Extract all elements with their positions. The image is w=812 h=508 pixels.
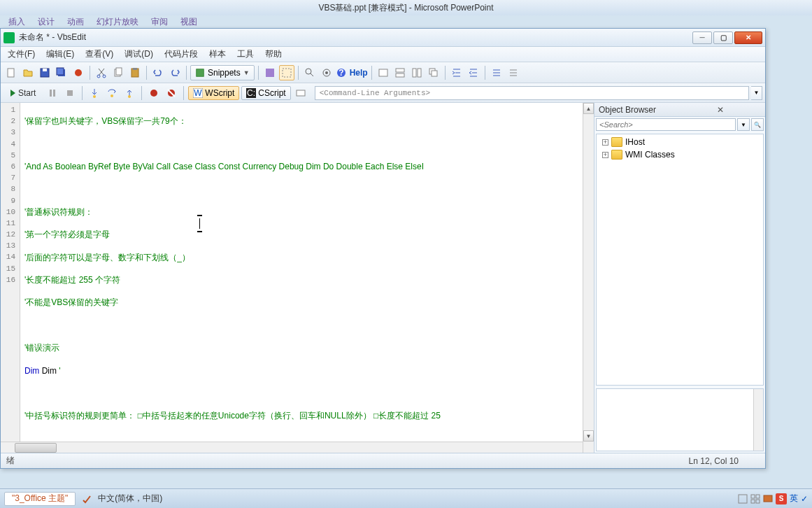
view-normal-icon[interactable] xyxy=(738,494,748,504)
view-slideshow-icon[interactable] xyxy=(763,494,773,504)
ribbon-tab[interactable]: 视图 xyxy=(180,15,197,29)
menu-view[interactable]: 查看(V) xyxy=(81,47,117,62)
ime-mode-icon[interactable]: ✓ xyxy=(801,494,808,504)
spellcheck-icon[interactable] xyxy=(81,493,92,505)
wscript-toggle[interactable]: W WScript xyxy=(188,86,239,100)
uncomment-icon[interactable] xyxy=(506,65,521,80)
svg-point-15 xyxy=(306,69,311,74)
svg-rect-9 xyxy=(116,68,122,75)
args-icon[interactable] xyxy=(293,85,308,101)
svg-rect-23 xyxy=(413,69,416,77)
svg-rect-12 xyxy=(197,69,204,76)
new-icon[interactable] xyxy=(3,65,19,80)
svg-rect-29 xyxy=(67,90,73,96)
maximize-button[interactable]: ▢ xyxy=(713,31,733,44)
step-over-icon[interactable] xyxy=(104,85,120,101)
start-button[interactable]: Start xyxy=(3,86,43,100)
redo-icon[interactable] xyxy=(167,65,183,80)
tree-node-wmi[interactable]: + WMI Classes xyxy=(598,148,762,161)
comment-icon[interactable] xyxy=(489,65,504,80)
svg-rect-44 xyxy=(756,500,760,503)
detail-scrollbar[interactable] xyxy=(753,389,763,451)
find-icon[interactable] xyxy=(302,65,318,80)
search-go-icon[interactable]: 🔍 xyxy=(751,118,764,131)
minimize-button[interactable]: ─ xyxy=(692,31,712,44)
tree-node-ihost[interactable]: + IHost xyxy=(598,136,762,148)
object-search-input[interactable] xyxy=(596,118,736,131)
svg-rect-27 xyxy=(50,90,52,97)
close-button[interactable]: ✕ xyxy=(734,31,762,44)
svg-rect-26 xyxy=(432,71,437,76)
tile-v-icon[interactable] xyxy=(409,65,425,80)
status-text: 绪 xyxy=(6,455,689,467)
ribbon-tab[interactable]: 动画 xyxy=(67,15,84,29)
step-into-icon[interactable] xyxy=(87,85,102,101)
snippets-dropdown[interactable]: Snippets▼ xyxy=(190,65,255,80)
expand-icon[interactable]: + xyxy=(602,139,608,146)
ribbon-tab[interactable]: 审阅 xyxy=(151,15,168,29)
options-icon[interactable] xyxy=(319,65,334,80)
commandline-dropdown[interactable]: ▼ xyxy=(751,86,762,100)
indent-icon[interactable] xyxy=(449,65,464,80)
folder-icon xyxy=(611,137,622,147)
scroll-down-icon[interactable]: ▼ xyxy=(583,430,594,442)
breakpoint-icon[interactable] xyxy=(146,85,162,101)
titlebar[interactable]: 未命名 * - VbsEdit ─ ▢ ✕ xyxy=(1,29,765,47)
menu-debug[interactable]: 调试(D) xyxy=(120,47,157,62)
svg-point-31 xyxy=(111,94,113,97)
ime-label[interactable]: 英 xyxy=(790,493,798,505)
stop-icon[interactable] xyxy=(62,85,78,101)
expand-icon[interactable]: + xyxy=(602,152,608,158)
step-out-icon[interactable] xyxy=(122,85,137,101)
tile-h-icon[interactable] xyxy=(392,65,408,80)
cascade-icon[interactable] xyxy=(426,65,441,80)
tool-icon[interactable] xyxy=(262,65,278,80)
paste-icon[interactable] xyxy=(127,65,143,80)
save-icon[interactable] xyxy=(37,65,52,80)
horizontal-scrollbar[interactable] xyxy=(1,442,583,453)
object-tree[interactable]: + IHost + WMI Classes xyxy=(596,134,764,386)
theme-indicator[interactable]: "3_Office 主题" xyxy=(4,492,76,506)
code-editor[interactable]: 12345678910111213141516 '保留字也叫关键字，VBS保留字… xyxy=(1,103,594,453)
save-all-icon[interactable] xyxy=(54,65,69,80)
svg-rect-4 xyxy=(57,68,64,75)
pause-icon[interactable] xyxy=(45,85,60,101)
breakpoint-clear-icon[interactable] xyxy=(164,85,179,101)
ribbon-tab[interactable]: 插入 xyxy=(8,15,25,29)
menu-snippets[interactable]: 代码片段 xyxy=(160,47,202,62)
svg-rect-24 xyxy=(418,69,421,77)
record-icon[interactable] xyxy=(71,65,86,80)
menubar: 文件(F) 编辑(E) 查看(V) 调试(D) 代码片段 样本 工具 帮助 xyxy=(1,47,765,62)
menu-tools[interactable]: 工具 xyxy=(233,47,258,62)
window-icon[interactable] xyxy=(376,65,391,80)
svg-rect-0 xyxy=(8,69,14,77)
run-toolbar: Start W WScript C: CScript <Command-Line… xyxy=(1,83,765,103)
undo-icon[interactable] xyxy=(150,65,166,80)
open-icon[interactable] xyxy=(20,65,36,80)
cut-icon[interactable] xyxy=(94,65,109,80)
region-icon[interactable] xyxy=(279,65,294,80)
ime-icon[interactable]: S xyxy=(776,493,787,505)
cscript-toggle[interactable]: C: CScript xyxy=(241,86,290,100)
svg-rect-22 xyxy=(396,73,404,77)
menu-edit[interactable]: 编辑(E) xyxy=(42,47,78,62)
svg-rect-20 xyxy=(379,69,387,76)
vertical-scrollbar[interactable]: ▲ ▼ xyxy=(583,103,594,453)
menu-help[interactable]: 帮助 xyxy=(261,47,286,62)
view-sorter-icon[interactable] xyxy=(750,494,760,504)
panel-close-icon[interactable]: ✕ xyxy=(680,105,761,115)
scroll-thumb[interactable] xyxy=(15,443,57,453)
copy-icon[interactable] xyxy=(111,65,126,80)
menu-file[interactable]: 文件(F) xyxy=(3,47,39,62)
commandline-input[interactable]: <Command-Line Arguments> xyxy=(315,86,749,100)
search-dropdown-icon[interactable]: ▼ xyxy=(737,118,750,131)
menu-samples[interactable]: 样本 xyxy=(205,47,230,62)
ribbon-tab[interactable]: 设计 xyxy=(38,15,55,29)
language-indicator[interactable]: 中文(简体，中国) xyxy=(98,493,162,505)
outdent-icon[interactable] xyxy=(466,65,481,80)
svg-point-30 xyxy=(93,95,96,98)
scroll-up-icon[interactable]: ▲ xyxy=(583,103,594,114)
code-area[interactable]: '保留字也叫关键字，VBS保留字一共79个： 'And As Boolean B… xyxy=(20,103,583,453)
ribbon-tab[interactable]: 幻灯片放映 xyxy=(97,15,138,29)
help-button[interactable]: ? Help xyxy=(336,67,368,78)
